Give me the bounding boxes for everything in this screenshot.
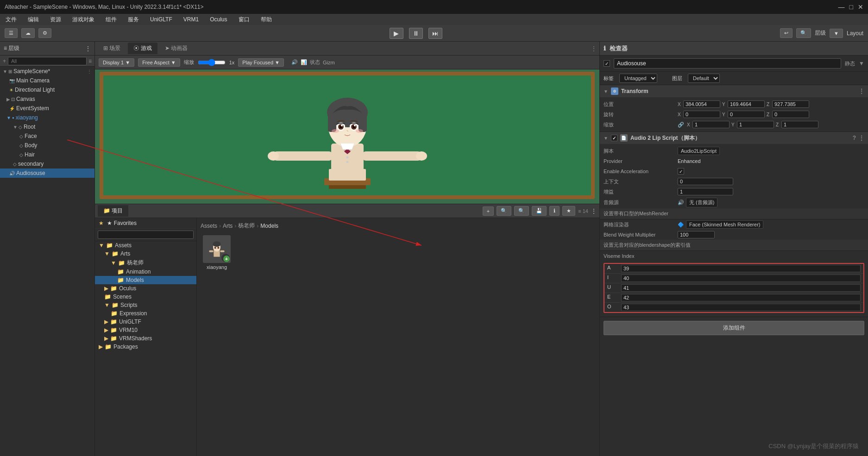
tree-models[interactable]: 📁 Models bbox=[95, 276, 196, 284]
asset-add-btn[interactable]: + bbox=[223, 256, 230, 262]
hierarchy-item-audiosouse[interactable]: 🔊 Audiosouse bbox=[0, 169, 94, 178]
context-input[interactable] bbox=[678, 178, 733, 185]
undo-btn[interactable]: ↩ bbox=[780, 28, 793, 38]
settings-btn[interactable]: ⚙ bbox=[38, 28, 51, 38]
tree-unigltf[interactable]: ▶ 📁 UniGLTF bbox=[95, 318, 196, 326]
hierarchy-menu-icon[interactable]: ⋮ bbox=[85, 45, 91, 52]
minimize-btn[interactable]: — bbox=[838, 3, 845, 11]
rot-z-input[interactable] bbox=[772, 111, 809, 118]
hierarchy-item-samplescene[interactable]: ▼ ⊞ SampleScene* ⋮ bbox=[0, 67, 94, 76]
pos-z-input[interactable] bbox=[772, 100, 809, 108]
menu-window[interactable]: 窗口 bbox=[237, 15, 252, 25]
project-search-toggle[interactable]: 🔍 bbox=[497, 206, 511, 216]
menu-services[interactable]: 服务 bbox=[126, 15, 141, 25]
pos-x-input[interactable] bbox=[683, 100, 720, 108]
project-search-input[interactable] bbox=[98, 231, 194, 239]
asset-xiaoyang[interactable]: ▶ + xiaoyang bbox=[201, 233, 233, 272]
project-star-btn[interactable]: ★ bbox=[562, 206, 575, 216]
tree-assets[interactable]: ▼ 📁 Assets bbox=[95, 241, 196, 250]
tree-scripts[interactable]: ▼ 📁 Scripts bbox=[95, 301, 196, 309]
hierarchy-item-maincamera[interactable]: 📷 Main Camera bbox=[0, 76, 94, 85]
pos-y-input[interactable] bbox=[728, 100, 765, 108]
close-btn[interactable]: ✕ bbox=[858, 3, 863, 11]
menu-assets[interactable]: 资源 bbox=[48, 15, 63, 25]
breadcrumb-yanglao[interactable]: 杨老师 bbox=[238, 222, 255, 230]
pause-button[interactable]: ⏸ bbox=[409, 28, 423, 39]
menu-vrm1[interactable]: VRM1 bbox=[182, 15, 201, 24]
menu-oculus[interactable]: Oculus bbox=[208, 15, 229, 24]
aspect-dropdown[interactable]: Free Aspect ▼ bbox=[138, 58, 180, 67]
toolbar-icon-btn[interactable]: ☰ bbox=[5, 28, 18, 38]
blend-weight-input[interactable] bbox=[678, 231, 715, 238]
rot-y-input[interactable] bbox=[728, 111, 765, 118]
tree-arts[interactable]: ▼ 📁 Arts bbox=[95, 250, 196, 258]
scale-slider[interactable] bbox=[198, 59, 226, 66]
window-controls[interactable]: — □ ✕ bbox=[838, 3, 863, 11]
object-name-input[interactable] bbox=[614, 58, 841, 69]
gizmos-label[interactable]: Gizm bbox=[323, 60, 335, 65]
rot-x-input[interactable] bbox=[683, 111, 720, 118]
tab-scene[interactable]: ⊞ 场景 bbox=[98, 43, 126, 54]
hierarchy-filter-btn[interactable]: ≡ bbox=[88, 58, 92, 64]
hierarchy-item-eventsystem[interactable]: ⚡ EventSystem bbox=[0, 104, 94, 113]
scale-y-input[interactable] bbox=[737, 121, 774, 128]
viseme-input-i[interactable] bbox=[621, 275, 861, 282]
display-dropdown[interactable]: Display 1 ▼ bbox=[99, 58, 134, 67]
search-btn[interactable]: 🔍 bbox=[796, 28, 811, 38]
tab-game[interactable]: ☉ 游戏 bbox=[128, 43, 157, 54]
tab-animation[interactable]: ➤ 动画器 bbox=[159, 43, 193, 54]
scale-x-input[interactable] bbox=[692, 121, 730, 128]
hierarchy-item-canvas[interactable]: ▶ ⊡ Canvas bbox=[0, 94, 94, 104]
project-add-btn[interactable]: + bbox=[483, 206, 494, 216]
tag-select[interactable]: Untagged bbox=[619, 74, 657, 83]
project-menu[interactable]: ⋮ bbox=[591, 208, 597, 214]
audio2lip-help[interactable]: ? bbox=[853, 135, 856, 141]
hierarchy-item-secondary[interactable]: ◇ secondary bbox=[0, 159, 94, 169]
tree-oculus[interactable]: ▶ 📁 Oculus bbox=[95, 284, 196, 293]
hierarchy-menu-dot[interactable]: ⋮ bbox=[87, 69, 92, 74]
tab-project[interactable]: 📁 项目 bbox=[98, 205, 128, 217]
breadcrumb-arts[interactable]: Arts bbox=[223, 223, 233, 229]
stats-icon[interactable]: 📊 bbox=[301, 59, 307, 65]
hierarchy-item-xiaoyang[interactable]: ▼ ● xiaoyang bbox=[0, 113, 94, 122]
menu-component[interactable]: 组件 bbox=[104, 15, 119, 25]
add-component-button[interactable]: 添加组件 bbox=[604, 321, 864, 335]
tree-animation[interactable]: 📁 Animation bbox=[95, 268, 196, 276]
enable-accel-checkbox[interactable]: ✓ bbox=[678, 168, 684, 175]
hierarchy-item-hair[interactable]: ◇ Hair bbox=[0, 150, 94, 159]
tree-vrm10[interactable]: ▶ 📁 VRM10 bbox=[95, 326, 196, 334]
gain-input[interactable] bbox=[678, 188, 733, 195]
tree-expression[interactable]: 📁 Expression bbox=[95, 309, 196, 318]
viseme-input-u[interactable] bbox=[621, 284, 861, 292]
maximize-btn[interactable]: □ bbox=[849, 3, 853, 11]
tree-packages[interactable]: ▶ 📁 Packages bbox=[95, 343, 196, 351]
viseme-input-e[interactable] bbox=[621, 294, 861, 301]
layer-select[interactable]: Default bbox=[688, 74, 720, 83]
menu-gameobject[interactable]: 游戏对象 bbox=[70, 15, 96, 25]
status-label[interactable]: 状态 bbox=[310, 59, 320, 66]
menu-file[interactable]: 文件 bbox=[4, 15, 19, 25]
static-arrow[interactable]: ▼ bbox=[859, 60, 864, 67]
audio2lip-more[interactable]: ⋮ bbox=[859, 135, 864, 141]
hierarchy-item-root[interactable]: ▼ ◇ Root bbox=[0, 122, 94, 131]
tree-yanglao[interactable]: ▼ 📁 杨老师 bbox=[95, 258, 196, 268]
breadcrumb-assets[interactable]: Assets bbox=[201, 223, 217, 229]
transform-more[interactable]: ⋮ bbox=[859, 88, 864, 94]
viseme-input-a[interactable] bbox=[621, 265, 861, 272]
hierarchy-item-dirlight[interactable]: ☀ Directional Light bbox=[0, 85, 94, 94]
step-button[interactable]: ⏭ bbox=[428, 28, 442, 39]
menu-unigltf[interactable]: UniGLTF bbox=[148, 15, 174, 24]
hierarchy-item-face[interactable]: ◇ Face bbox=[0, 131, 94, 141]
play-button[interactable]: ▶ bbox=[390, 28, 403, 39]
audio2lip-header[interactable]: ▼ ✓ 📄 Audio 2 Lip Script（脚本） ? ⋮ bbox=[600, 132, 868, 144]
hierarchy-item-body[interactable]: ◇ Body bbox=[0, 141, 94, 150]
menu-edit[interactable]: 编辑 bbox=[26, 15, 41, 25]
tree-vrmshaders[interactable]: ▶ 📁 VRMShaders bbox=[95, 334, 196, 343]
mute-icon[interactable]: 🔊 bbox=[291, 59, 298, 65]
audio2lip-enabled[interactable]: ✓ bbox=[611, 135, 617, 141]
hierarchy-search-input[interactable] bbox=[8, 57, 87, 65]
cloud-btn[interactable]: ☁ bbox=[21, 28, 35, 38]
layer-dropdown[interactable]: ▼ bbox=[830, 29, 843, 38]
project-filter-btn[interactable]: 🔍 bbox=[514, 206, 529, 216]
scale-z-input[interactable] bbox=[781, 121, 818, 128]
